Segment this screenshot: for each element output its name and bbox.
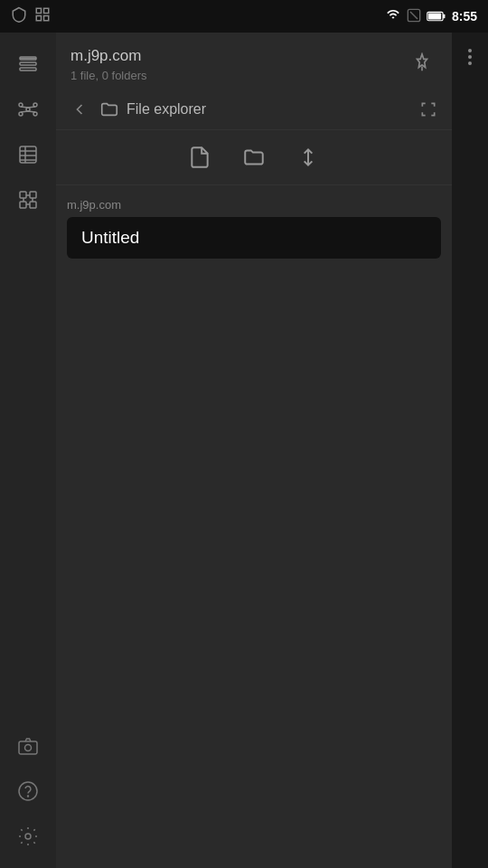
header-subtitle: 1 file, 0 folders [70,69,407,82]
sidebar-item-list[interactable] [7,43,49,85]
svg-point-39 [25,834,31,839]
svg-point-36 [25,745,32,751]
status-bar-right: 8:55 [385,8,477,25]
dot-3 [468,61,472,65]
grid-icon [34,6,51,26]
battery-icon [427,11,446,22]
svg-rect-29 [20,202,26,208]
more-options-button[interactable] [463,43,477,71]
svg-line-5 [410,12,418,19]
expand-button[interactable] [416,97,441,122]
svg-rect-35 [19,741,37,754]
status-bar-left [11,6,51,26]
svg-rect-11 [20,68,36,71]
content-area: m.j9p.com 1 file, 0 folders [56,33,452,868]
svg-line-20 [21,111,28,112]
sidebar [0,33,56,868]
sidebar-item-table[interactable] [7,134,49,175]
svg-rect-3 [44,16,49,21]
file-item-name: Untitled [81,228,139,247]
header: m.j9p.com 1 file, 0 folders [56,33,452,90]
sidebar-bottom [7,725,49,857]
new-folder-button[interactable] [238,141,270,174]
sidebar-item-puzzle[interactable] [7,179,49,221]
svg-point-15 [33,103,37,107]
svg-rect-8 [443,14,445,19]
file-list: m.j9p.com Untitled [56,185,452,266]
svg-rect-1 [44,8,49,13]
time-display: 8:55 [452,9,477,24]
sidebar-item-camera[interactable] [7,725,49,767]
sidebar-item-help[interactable] [7,770,49,812]
new-file-button[interactable] [183,141,216,174]
header-title: m.j9p.com [70,47,407,65]
folder-icon [99,99,119,119]
wifi-icon [385,9,401,24]
svg-point-13 [26,108,30,111]
shield-icon [11,6,27,26]
pin-button[interactable] [407,47,437,78]
svg-point-37 [19,782,37,800]
svg-line-18 [21,107,28,108]
svg-rect-7 [428,13,441,19]
svg-rect-0 [36,8,41,13]
action-toolbar [56,130,452,185]
file-explorer-label: File explorer [127,101,408,118]
header-info: m.j9p.com 1 file, 0 folders [70,47,407,82]
svg-point-38 [28,796,29,797]
svg-rect-2 [36,16,41,21]
svg-rect-27 [20,192,26,198]
file-item-untitled[interactable]: Untitled [67,217,441,259]
status-bar: 8:55 [0,0,488,33]
svg-point-14 [19,103,23,107]
back-button[interactable] [67,97,92,122]
svg-rect-30 [30,202,36,208]
sort-button[interactable] [292,141,324,174]
no-signal-icon [407,8,421,25]
svg-line-21 [28,111,35,112]
sidebar-item-settings[interactable] [7,816,49,857]
svg-line-19 [28,107,35,108]
main-layout: m.j9p.com 1 file, 0 folders [0,33,488,868]
sidebar-top [7,43,49,725]
svg-point-16 [19,112,23,116]
dot-1 [468,49,472,52]
right-panel [452,33,488,868]
svg-rect-28 [30,192,36,198]
svg-point-17 [33,112,37,116]
file-explorer-bar: File explorer [56,90,452,130]
dot-2 [468,55,472,59]
svg-rect-10 [20,62,36,65]
domain-label: m.j9p.com [67,193,441,217]
sidebar-item-network[interactable] [7,89,49,130]
